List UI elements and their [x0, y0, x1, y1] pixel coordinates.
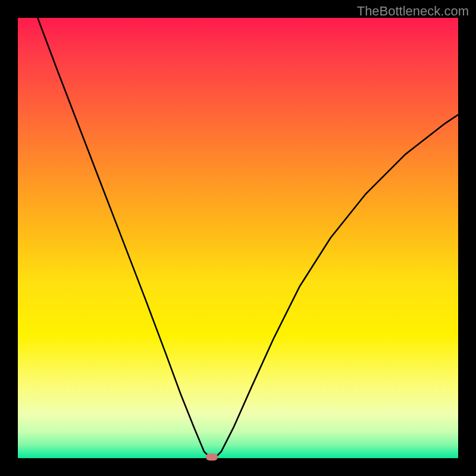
- bottleneck-curve: [18, 18, 458, 458]
- plot-area: [18, 18, 458, 458]
- watermark-text: TheBottleneck.com: [357, 4, 469, 19]
- optimum-marker: [206, 453, 218, 461]
